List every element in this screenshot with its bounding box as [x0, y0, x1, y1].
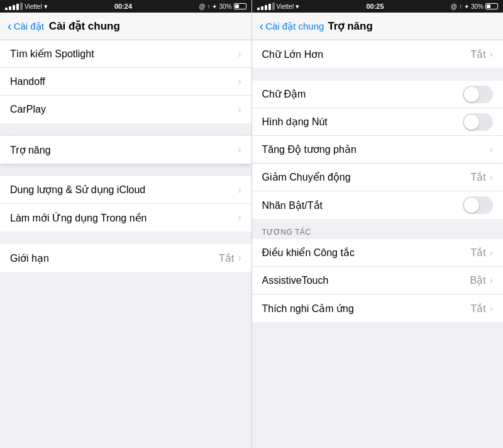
chu-lon-hon-value: Tắt [470, 48, 485, 60]
right-nav-bar: ‹ Cài đặt chung Trợ năng [252, 13, 504, 40]
left-status-bar: Viettel ▾ 00:24 @ ↑ ✦ 30% [0, 0, 252, 13]
dieu-khien-value: Tắt [470, 247, 485, 259]
right-battery-text: 30% [471, 3, 484, 10]
right-signal-icon [257, 3, 275, 10]
right-group-top: Chữ Lớn Hơn Tắt › [252, 40, 504, 68]
hinh-dang-nut-toggle[interactable] [463, 113, 493, 131]
handoff-chevron-icon: › [238, 76, 241, 87]
assistive-touch-value: Bật [470, 274, 486, 286]
right-status-right: @ ↑ ✦ 30% [451, 3, 498, 10]
left-group-1: Tìm kiếm Spotlight › Handoff › CarPlay › [0, 40, 252, 123]
left-spacer-1 [0, 123, 252, 136]
lam-moi-chevron-icon: › [238, 212, 241, 223]
left-time: 00:24 [114, 3, 132, 10]
left-spacer-3 [0, 232, 252, 244]
tang-do-chevron-icon: › [490, 144, 493, 155]
dung-luong-label: Dung lượng & Sử dụng iCloud [10, 184, 238, 196]
settings-item-gioi-han[interactable]: Giới hạn Tắt › [0, 244, 252, 272]
right-panel: Viettel ▾ 00:25 @ ↑ ✦ 30% ‹ Cài đặt chun… [252, 0, 504, 448]
carplay-label: CarPlay [10, 104, 238, 115]
thich-nghi-value: Tắt [470, 303, 485, 315]
left-status-right: @ ↑ ✦ 30% [199, 3, 246, 10]
gioi-han-chevron-icon: › [238, 252, 241, 264]
assistive-touch-label: AssistiveTouch [262, 275, 470, 286]
left-group-3: Giới hạn Tắt › [0, 244, 252, 272]
tim-kiem-chevron-icon: › [238, 48, 241, 60]
lam-moi-label: Làm mới Ứng dụng Trong nền [10, 212, 238, 224]
right-back-arrow-icon: ‹ [260, 20, 264, 32]
nhan-bat-tat-label: Nhãn Bật/Tắt [262, 199, 463, 211]
battery-icon [234, 3, 246, 9]
left-back-arrow-icon: ‹ [8, 20, 12, 32]
settings-item-chu-dam[interactable]: Chữ Đậm [252, 81, 504, 108]
giam-chuyen-dong-label: Giảm Chuyển động [262, 171, 471, 183]
settings-item-dung-luong[interactable]: Dung lượng & Sử dụng iCloud › [0, 176, 252, 204]
gioi-han-label: Giới hạn [10, 252, 219, 264]
right-group-main: Chữ Đậm Hình dạng Nút Tăng Độ tương phản… [252, 81, 504, 219]
right-back-button[interactable]: ‹ Cài đặt chung [260, 21, 324, 32]
giam-chuyen-dong-value: Tắt [470, 171, 485, 183]
settings-item-thich-nghi[interactable]: Thích nghi Cảm ứng Tắt › [252, 294, 504, 322]
settings-item-dieu-khien[interactable]: Điều khiển Công tắc Tắt › [252, 239, 504, 267]
thich-nghi-chevron-icon: › [490, 303, 493, 314]
bt-icon: ✦ [212, 3, 217, 10]
right-back-label: Cài đặt chung [265, 21, 324, 32]
tro-nang-chevron-icon: › [238, 144, 241, 155]
left-content: Tìm kiếm Spotlight › Handoff › CarPlay ›… [0, 40, 252, 448]
left-group-2: Dung lượng & Sử dụng iCloud › Làm mới Ứn… [0, 176, 252, 232]
chu-lon-hon-chevron-icon: › [490, 48, 493, 60]
arrow-icon: ↑ [207, 3, 210, 10]
settings-item-tang-do[interactable]: Tăng Độ tương phản › [252, 136, 504, 164]
settings-item-tro-nang[interactable]: Trợ năng › [0, 136, 252, 164]
giam-chuyen-dong-chevron-icon: › [490, 172, 493, 183]
left-back-button[interactable]: ‹ Cài đặt [8, 21, 44, 32]
wifi-icon: ▾ [44, 3, 48, 11]
settings-item-chu-lon-hon[interactable]: Chữ Lớn Hơn Tắt › [252, 40, 504, 68]
right-nav-title: Trợ năng [328, 20, 372, 33]
right-bt-icon: ✦ [464, 3, 469, 10]
tim-kiem-label: Tìm kiếm Spotlight [10, 48, 238, 60]
location-icon: @ [199, 3, 205, 10]
right-location-icon: @ [451, 3, 457, 10]
right-section-header: TƯƠNG TÁC [252, 219, 504, 239]
left-carrier: Viettel [25, 3, 42, 10]
right-battery-icon [485, 3, 498, 9]
section-header-text: TƯƠNG TÁC [262, 228, 311, 237]
settings-item-lam-moi[interactable]: Làm mới Ứng dụng Trong nền › [0, 204, 252, 232]
settings-item-handoff[interactable]: Handoff › [0, 68, 252, 96]
signal-icon [5, 3, 23, 10]
settings-item-hinh-dang-nut[interactable]: Hình dạng Nút [252, 108, 504, 136]
settings-item-assistive-touch[interactable]: AssistiveTouch Bật › [252, 267, 504, 294]
thich-nghi-label: Thích nghi Cảm ứng [262, 303, 471, 315]
dung-luong-chevron-icon: › [238, 184, 241, 196]
hinh-dang-nut-label: Hình dạng Nút [262, 116, 463, 128]
right-arrow-icon: ↑ [459, 3, 462, 10]
right-status-left: Viettel ▾ [257, 3, 300, 11]
right-status-bar: Viettel ▾ 00:25 @ ↑ ✦ 30% [252, 0, 504, 13]
chu-lon-hon-label: Chữ Lớn Hơn [262, 48, 471, 60]
dieu-khien-label: Điều khiển Công tắc [262, 247, 471, 259]
carplay-chevron-icon: › [238, 104, 241, 115]
settings-item-giam-chuyen-dong[interactable]: Giảm Chuyển động Tắt › [252, 164, 504, 191]
settings-item-carplay[interactable]: CarPlay › [0, 96, 252, 123]
dieu-khien-chevron-icon: › [490, 247, 493, 259]
left-back-label: Cài đặt [14, 21, 44, 32]
nhan-bat-tat-toggle[interactable] [463, 196, 493, 214]
settings-item-nhan-bat-tat[interactable]: Nhãn Bật/Tắt [252, 191, 504, 219]
right-content: Chữ Lớn Hơn Tắt › Chữ Đậm Hình dạng Nút … [252, 40, 504, 448]
chu-dam-label: Chữ Đậm [262, 88, 463, 100]
settings-item-tim-kiem[interactable]: Tìm kiếm Spotlight › [0, 40, 252, 68]
handoff-label: Handoff [10, 76, 238, 87]
right-time: 00:25 [366, 3, 384, 10]
tro-nang-label: Trợ năng [10, 144, 238, 156]
left-nav-title: Cài đặt chung [49, 20, 120, 33]
left-group-tro-nang: Trợ năng › [0, 136, 252, 164]
tang-do-label: Tăng Độ tương phản [262, 143, 490, 155]
right-wifi-icon: ▾ [296, 3, 299, 11]
chu-dam-toggle[interactable] [463, 86, 493, 103]
left-status-left: Viettel ▾ [5, 3, 48, 11]
battery-text: 30% [219, 3, 231, 10]
left-nav-bar: ‹ Cài đặt Cài đặt chung [0, 13, 252, 40]
assistive-touch-chevron-icon: › [490, 275, 493, 286]
right-carrier: Viettel [277, 3, 294, 10]
